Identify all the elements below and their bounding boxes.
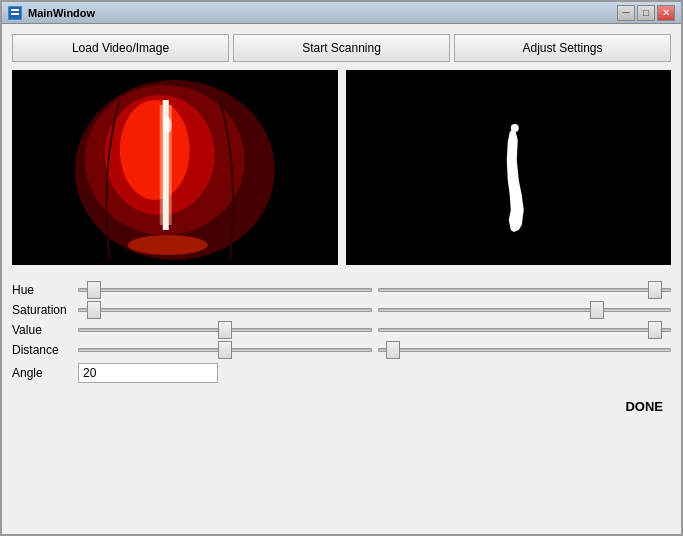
hue-label: Hue xyxy=(12,283,72,297)
close-button[interactable]: ✕ xyxy=(657,5,675,21)
hue-slider-left[interactable] xyxy=(78,288,372,292)
angle-label: Angle xyxy=(12,366,72,380)
saturation-slider-row: Saturation xyxy=(12,303,671,317)
distance-left-thumb[interactable] xyxy=(218,341,232,359)
load-video-image-button[interactable]: Load Video/Image xyxy=(12,34,229,62)
window-title: MainWindow xyxy=(28,7,617,19)
right-image-canvas xyxy=(346,70,672,265)
saturation-slider-left[interactable] xyxy=(78,308,372,312)
content-area: Load Video/Image Start Scanning Adjust S… xyxy=(2,24,681,534)
svg-point-13 xyxy=(510,124,518,132)
svg-point-10 xyxy=(164,117,172,133)
distance-slider-left[interactable] xyxy=(78,348,372,352)
saturation-label: Saturation xyxy=(12,303,72,317)
saturation-slider-right[interactable] xyxy=(378,308,672,312)
right-image-panel xyxy=(346,70,672,265)
hue-right-thumb[interactable] xyxy=(648,281,662,299)
angle-input[interactable] xyxy=(78,363,218,383)
svg-rect-1 xyxy=(11,9,19,11)
distance-slider-row: Distance xyxy=(12,343,671,357)
distance-label: Distance xyxy=(12,343,72,357)
done-button[interactable]: DONE xyxy=(617,395,671,418)
hue-slider-row: Hue xyxy=(12,283,671,297)
image-panels-row xyxy=(12,70,671,265)
svg-rect-2 xyxy=(11,13,19,15)
maximize-button[interactable]: □ xyxy=(637,5,655,21)
value-slider-right[interactable] xyxy=(378,328,672,332)
value-slider-row: Value xyxy=(12,323,671,337)
svg-point-11 xyxy=(128,235,208,255)
main-window: MainWindow ─ □ ✕ Load Video/Image Start … xyxy=(0,0,683,536)
distance-slider-right[interactable] xyxy=(378,348,672,352)
distance-right-thumb[interactable] xyxy=(386,341,400,359)
hue-left-thumb[interactable] xyxy=(87,281,101,299)
saturation-right-thumb[interactable] xyxy=(590,301,604,319)
value-label: Value xyxy=(12,323,72,337)
toolbar: Load Video/Image Start Scanning Adjust S… xyxy=(12,34,671,62)
minimize-button[interactable]: ─ xyxy=(617,5,635,21)
value-slider-left[interactable] xyxy=(78,328,372,332)
adjust-settings-button[interactable]: Adjust Settings xyxy=(454,34,671,62)
controls-section: Hue Saturation xyxy=(12,283,671,383)
left-image-panel xyxy=(12,70,338,265)
hue-slider-right[interactable] xyxy=(378,288,672,292)
value-right-thumb[interactable] xyxy=(648,321,662,339)
title-bar-buttons: ─ □ ✕ xyxy=(617,5,675,21)
start-scanning-button[interactable]: Start Scanning xyxy=(233,34,450,62)
window-icon xyxy=(8,6,22,20)
saturation-left-thumb[interactable] xyxy=(87,301,101,319)
angle-row: Angle xyxy=(12,363,671,383)
left-image-canvas xyxy=(12,70,338,265)
title-bar: MainWindow ─ □ ✕ xyxy=(2,2,681,24)
value-left-thumb[interactable] xyxy=(218,321,232,339)
svg-point-7 xyxy=(120,100,190,200)
done-row: DONE xyxy=(12,395,671,418)
